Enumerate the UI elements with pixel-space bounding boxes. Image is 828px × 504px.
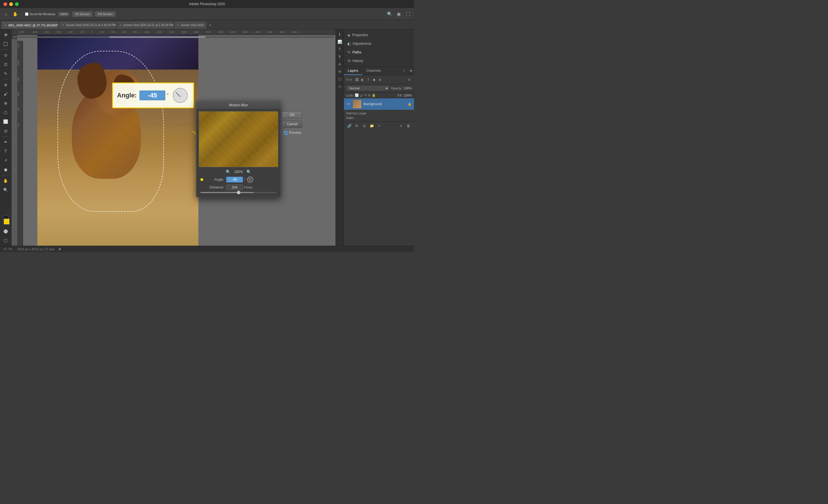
filter-toggle-icon[interactable]: ⊙ (407, 77, 412, 82)
mask-icon[interactable]: ⊡ (361, 123, 367, 129)
zoom-tool[interactable]: 🔍 (1, 186, 10, 194)
cancel-button[interactable]: Cancel (282, 121, 302, 128)
tab-close-active[interactable]: ✕ (4, 24, 7, 27)
link-layers-icon[interactable]: 🔗 (346, 123, 353, 129)
layout-icon[interactable]: ▣ (395, 10, 403, 18)
lock-transparency-icon[interactable]: ⬜ (355, 93, 359, 97)
background-color[interactable] (4, 219, 9, 224)
panel-collapse-icon[interactable]: ◀ (407, 67, 414, 75)
image-canvas[interactable] (37, 35, 198, 246)
clone-stamp[interactable]: ⊕ (1, 99, 10, 107)
delete-layer-icon[interactable]: 🗑 (405, 123, 412, 129)
index-item[interactable]: Index (346, 116, 412, 120)
zoom-status[interactable]: 37.7% (3, 247, 12, 251)
minimize-button[interactable] (9, 2, 13, 6)
ok-button[interactable]: OK (282, 111, 302, 119)
pen-tool[interactable]: ✒ (1, 138, 10, 146)
lasso-tool[interactable]: ⊙ (1, 51, 10, 59)
screen-mode[interactable]: ▢ (1, 236, 10, 244)
tab-close-1[interactable]: ✕ (62, 24, 64, 27)
blur-tool[interactable]: ◎ (1, 127, 10, 135)
info-icon[interactable]: ℹ (337, 31, 343, 37)
tab-close-3[interactable]: ✕ (177, 24, 179, 27)
angle-annotation-input[interactable] (139, 91, 165, 100)
angle-dial-widget[interactable] (173, 88, 188, 103)
layers-tab[interactable]: Layers (344, 67, 362, 75)
smart-filter-icon[interactable]: ⊛ (377, 77, 382, 82)
panel-menu-icon[interactable]: ≡ (401, 67, 407, 75)
history-tab[interactable]: ⟲ History (345, 57, 413, 64)
type-icon[interactable]: T (337, 46, 343, 52)
selection-tool[interactable] (1, 40, 10, 48)
lock-all-icon[interactable]: 🔒 (372, 93, 376, 97)
home-icon[interactable]: ⌂ (2, 10, 10, 18)
paragraph-icon[interactable]: ¶ (337, 53, 343, 60)
expand-icon[interactable]: ⛶ (404, 10, 412, 18)
new-layer-icon[interactable]: + (376, 123, 382, 129)
new-group-icon[interactable]: 📁 (369, 123, 375, 129)
scroll-all-checkbox[interactable] (25, 12, 29, 16)
channels-tab[interactable]: Channels (362, 67, 385, 75)
fill-value[interactable]: 100% (404, 94, 412, 97)
zoom-display[interactable]: 100% (57, 11, 71, 17)
close-button[interactable] (3, 2, 7, 6)
text-filter-icon[interactable]: T (366, 77, 371, 82)
adjustment-filter-icon[interactable]: ◐ (360, 77, 365, 82)
scroll-all-label[interactable]: Scroll All Windows (25, 12, 55, 16)
search-icon[interactable]: 🔍 (386, 10, 393, 18)
text-tool[interactable]: T (1, 147, 10, 155)
hand-tool[interactable]: ✋ (1, 176, 10, 185)
maximize-button[interactable] (15, 2, 19, 6)
angle-input[interactable] (226, 177, 243, 182)
adjustments-tab[interactable]: ◐ Adjustments (345, 40, 413, 47)
angle-annotation-box[interactable]: Angle: ° (112, 83, 194, 108)
zoom-out-icon[interactable]: 🔍 (226, 170, 231, 174)
fill-screen-button[interactable]: Fill Screen (94, 11, 116, 17)
pixel-filter-icon[interactable]: 🖼 (354, 77, 359, 82)
move-tool[interactable] (1, 31, 10, 39)
crop-tool[interactable]: ⊡ (1, 60, 10, 69)
shape-icon[interactable]: ◇ (337, 83, 343, 90)
properties-tab[interactable]: ◈ Properties (345, 32, 413, 39)
lock-artboard-icon[interactable]: ⊞ (368, 93, 371, 97)
internal-loupe-item[interactable]: Internal Loupe (346, 111, 412, 116)
tab-2[interactable]: ✕ Screen Shot 2020-10-21 at 2.39.39 PM.j… (116, 21, 174, 29)
distance-slider[interactable] (200, 192, 277, 193)
path-selection[interactable]: ↗ (1, 156, 10, 165)
angle-dial-small[interactable] (247, 176, 253, 183)
quick-mask[interactable]: ⬤ (1, 227, 10, 235)
character-icon[interactable]: A (337, 61, 343, 67)
slider-thumb[interactable] (237, 191, 240, 194)
scrollbar-track[interactable] (13, 36, 334, 38)
transform-icon[interactable]: ⟲ (337, 68, 343, 75)
distance-input[interactable] (226, 184, 243, 190)
blend-mode-select[interactable]: Normal Multiply Screen (346, 85, 389, 91)
panel-options-icon[interactable]: ≡ (398, 123, 404, 129)
preview-checkbox[interactable] (284, 131, 288, 135)
brush-tool[interactable]: 🖌 (1, 90, 10, 98)
chart-icon[interactable]: 📊 (337, 39, 343, 45)
opacity-value[interactable]: 100% (404, 87, 412, 90)
scrollbar-thumb[interactable] (109, 36, 206, 38)
path3d-icon[interactable]: ⬡ (337, 76, 343, 82)
tabs-overflow-button[interactable]: » (207, 21, 213, 29)
tab-1[interactable]: ✕ Screen Shot 2020-10-21 at 2.30.24 PM.j… (59, 21, 116, 29)
healing-brush[interactable]: ⊛ (1, 81, 10, 89)
zoom-in-icon[interactable]: 🔍 (246, 170, 251, 174)
eyedropper-tool[interactable]: ✎ (1, 69, 10, 78)
lock-pixels-icon[interactable]: 🖌 (360, 94, 363, 97)
tab-3[interactable]: ✕ Screen Shot 2020 (174, 21, 207, 29)
layer-visibility-icon[interactable]: 👁 (346, 102, 351, 106)
gradient-tool[interactable]: ⬜ (1, 117, 10, 126)
arrow-nav[interactable]: ▶ (59, 247, 61, 251)
layer-background[interactable]: 👁 Background 🔒 (344, 98, 414, 110)
hand-tool-icon[interactable]: ✋ (11, 10, 19, 18)
shape-filter-icon[interactable]: ◆ (371, 77, 377, 82)
shape-tool[interactable]: ◼ (1, 165, 10, 174)
tab-close-2[interactable]: ✕ (119, 24, 122, 27)
tab-active[interactable]: ✕ IMG_3400.HEIC @ 37.7% (RGB/8*) (1, 21, 59, 29)
lock-position-icon[interactable]: ✛ (364, 93, 367, 97)
fit-screen-button[interactable]: Fit Screen (72, 11, 93, 17)
add-style-icon[interactable]: fx (354, 123, 360, 129)
paths-tab[interactable]: ✎ Paths (345, 49, 413, 56)
